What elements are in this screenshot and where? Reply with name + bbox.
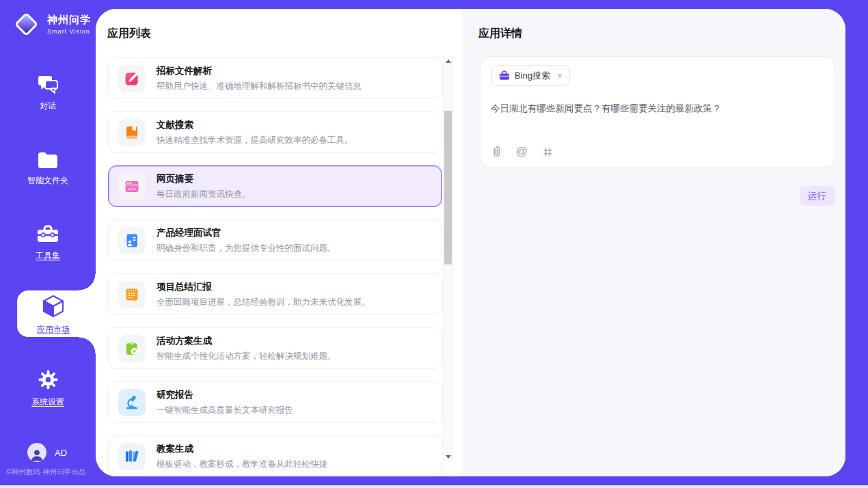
- app-icon-box: [118, 119, 146, 146]
- app-icon-box: [118, 65, 146, 92]
- sidebar: 神州问学 Smart Vision 对话 智能文件夹: [0, 0, 96, 488]
- app-list-pane: 应用列表 招标文件解析 帮助用户快速、准确地理解和解析招标书中的关键信息: [96, 9, 462, 476]
- app-card-title: 教案生成: [157, 443, 327, 455]
- app-card-title: 网页摘要: [157, 173, 251, 185]
- app-card-project-summary[interactable]: 项目总结汇报 全面回顾项目进展，总结经验教训，助力未来优化发展。: [108, 273, 442, 315]
- app-logo: 神州问学 Smart Vision: [11, 9, 91, 39]
- app-card-desc: 智能生成个性化活动方案，轻松解决规划难题。: [157, 351, 336, 362]
- app-icon-box: [118, 443, 146, 470]
- hash-icon[interactable]: [542, 146, 554, 158]
- browser-code-icon: </>: [124, 179, 139, 194]
- sidebar-item-app-market[interactable]: 应用市场: [17, 295, 90, 336]
- gear-icon: [38, 380, 58, 392]
- active-item-fillet-bottom: [79, 337, 96, 353]
- sidebar-item-chat[interactable]: 对话: [0, 75, 96, 112]
- sidebar-item-settings[interactable]: 系统设置: [0, 370, 96, 408]
- resume-icon: [124, 233, 139, 248]
- app-card-desc: 全面回顾项目进展，总结经验教训，助力未来优化发展。: [157, 297, 370, 308]
- app-card-desc: 模板驱动，教案秒成，教学准备从此轻松快捷: [157, 459, 327, 470]
- sidebar-item-toolset[interactable]: 工具集: [0, 225, 96, 262]
- app-card-bid-document-parsing[interactable]: 招标文件解析 帮助用户快速、准确地理解和解析招标书中的关键信息: [108, 57, 442, 99]
- main-panel: 应用列表 招标文件解析 帮助用户快速、准确地理解和解析招标书中的关键信息: [96, 9, 845, 476]
- toolbox-icon: [37, 234, 59, 245]
- sidebar-item-label: 智能文件夹: [0, 175, 96, 187]
- tool-chip-label: Bing搜索: [515, 70, 550, 82]
- cube-icon: [43, 308, 64, 319]
- app-card-title: 产品经理面试官: [157, 227, 336, 239]
- book-icon: [124, 125, 139, 140]
- microscope-icon: [124, 395, 139, 410]
- paperclip-icon[interactable]: [491, 145, 502, 159]
- app-card-title: 文献搜索: [157, 119, 353, 131]
- app-card-pm-interviewer[interactable]: 产品经理面试官 明确身份和职责，为您提供专业性的面试问题。: [108, 219, 442, 261]
- app-card-desc: 快速精准查找学术资源，提高研究效率的必备工具。: [157, 135, 353, 146]
- run-button[interactable]: 运行: [800, 186, 835, 206]
- user-account[interactable]: AD: [27, 443, 67, 462]
- app-card-research-report[interactable]: 研究报告 一键智能生成高质量长文本研究报告: [108, 381, 442, 423]
- scroll-up-button[interactable]: [444, 56, 452, 66]
- app-icon-box: [118, 281, 146, 308]
- window-bottom-edge: [0, 485, 868, 488]
- scrollbar-thumb[interactable]: [444, 111, 452, 265]
- clipboard-check-icon: [124, 341, 139, 356]
- app-icon-box: [118, 389, 146, 416]
- app-detail-pane: 应用详情 Bing搜索 × 今日湖北有哪些新闻要点？有哪些需要关注的最新政策？: [462, 9, 845, 476]
- avatar[interactable]: [27, 443, 46, 462]
- app-card-title: 活动方案生成: [157, 335, 336, 347]
- app-card-title: 研究报告: [157, 389, 293, 401]
- app-icon-box: [118, 227, 146, 254]
- svg-text:</>: </>: [128, 185, 137, 191]
- app-card-title: 项目总结汇报: [157, 281, 370, 293]
- sidebar-item-label: 系统设置: [0, 396, 96, 408]
- query-card: Bing搜索 × 今日湖北有哪些新闻要点？有哪些需要关注的最新政策？ @: [480, 56, 835, 168]
- app-card-event-plan[interactable]: 活动方案生成 智能生成个性化活动方案，轻松解决规划难题。: [108, 327, 442, 369]
- scroll-down-button[interactable]: [444, 452, 452, 462]
- input-toolbar: @: [491, 145, 554, 159]
- app-card-desc: 一键智能生成高质量长文本研究报告: [157, 405, 293, 416]
- at-icon[interactable]: @: [516, 145, 528, 159]
- app-title: 神州问学: [47, 14, 91, 27]
- edit-square-icon: [124, 71, 139, 86]
- folder-icon: [38, 159, 58, 170]
- sidebar-item-smart-folder[interactable]: 智能文件夹: [0, 152, 96, 187]
- app-detail-title: 应用详情: [478, 27, 522, 41]
- query-text[interactable]: 今日湖北有哪些新闻要点？有哪些需要关注的最新政策？: [491, 102, 823, 116]
- app-card-web-summary[interactable]: </> 网页摘要 每日政府新闻资讯快查。: [108, 165, 442, 207]
- briefcase-icon: [499, 70, 510, 81]
- app-list-scrollbar[interactable]: [443, 56, 453, 462]
- logo-diamond-icon: [11, 9, 41, 39]
- app-icon-box: [118, 335, 146, 362]
- app-card-lesson-plan[interactable]: 教案生成 模板驱动，教案秒成，教学准备从此轻松快捷: [108, 435, 442, 476]
- app-card-title: 招标文件解析: [157, 65, 362, 77]
- app-card-desc: 每日政府新闻资讯快查。: [157, 189, 251, 200]
- app-card-literature-search[interactable]: 文献搜索 快速精准查找学术资源，提高研究效率的必备工具。: [108, 111, 442, 153]
- person-icon: [29, 447, 44, 462]
- notepad-icon: [124, 287, 139, 302]
- tool-chip-bing-search[interactable]: Bing搜索 ×: [491, 65, 570, 86]
- app-list-title: 应用列表: [107, 27, 151, 41]
- sidebar-item-label: 对话: [0, 100, 96, 112]
- chat-icon: [38, 84, 58, 96]
- user-name: AD: [55, 448, 67, 458]
- sidebar-item-label: 工具集: [0, 250, 96, 262]
- close-icon[interactable]: ×: [557, 70, 562, 81]
- app-icon-box: </>: [118, 173, 146, 200]
- sidebar-item-label: 应用市场: [17, 324, 90, 336]
- app-subtitle: Smart Vision: [47, 28, 91, 35]
- copyright-text: ©神州数码·神州问学出品: [6, 467, 85, 477]
- books-icon: [124, 449, 139, 464]
- app-card-desc: 明确身份和职责，为您提供专业性的面试问题。: [157, 243, 336, 254]
- active-item-fillet-top: [79, 274, 96, 290]
- app-card-desc: 帮助用户快速、准确地理解和解析招标书中的关键信息: [157, 81, 362, 92]
